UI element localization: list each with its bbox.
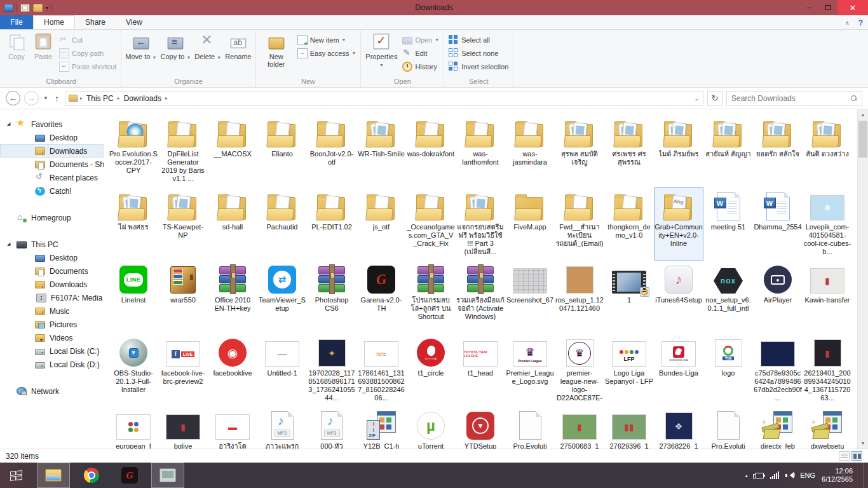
file-item[interactable]: W Dhamma_2554 (753, 187, 803, 261)
file-item[interactable]: WR-Tish-Smile (356, 114, 406, 187)
file-item[interactable]: was-dokrakfont (406, 114, 456, 187)
file-item[interactable]: สุรพล สมบัติเจริญ (555, 114, 604, 187)
file-item[interactable]: LINE LineInst (109, 261, 158, 334)
new-item-button[interactable]: New item▼ (295, 33, 359, 46)
up-button[interactable]: ↑ (53, 93, 61, 104)
breadcrumb-segment[interactable]: Downloads (123, 94, 163, 103)
sidebar-item-catch-[interactable]: Catch! (0, 184, 104, 198)
file-item[interactable]: TOYOTA t1_circle (406, 334, 456, 407)
file-item[interactable]: ♛Premier League Premier_League_Logo.svg (505, 334, 555, 407)
show-desktop-button[interactable] (864, 463, 868, 488)
expander-icon[interactable]: ◢ (7, 241, 10, 247)
file-item[interactable]: ✦ 19702028_1178516858961713_173624105544… (307, 334, 356, 407)
file-item[interactable]: — Untitled-1 (257, 334, 307, 407)
file-item[interactable]: ไมด์ ภิรมย์พร (654, 114, 703, 187)
tab-share[interactable]: Share (75, 15, 116, 29)
sidebar-item-pictures[interactable]: Pictures (0, 318, 104, 331)
address-bar[interactable]: ▸ This PC▸ Downloads▸ ⌄ (65, 91, 703, 106)
vertical-scrollbar[interactable]: ▲ ▼ (857, 109, 868, 449)
sidebar-item-desktop[interactable]: Desktop (0, 251, 104, 264)
breadcrumb-segment[interactable]: This PC (85, 94, 115, 103)
file-item[interactable]: ▮▮ 27629396_1 (604, 407, 654, 449)
file-item[interactable]: FiveM.app (505, 187, 555, 261)
file-item[interactable]: ♪MP3 ภาวะแพรก (257, 407, 307, 449)
minimize-button[interactable]: – (799, 0, 818, 15)
file-item[interactable]: ▮ Kawin-transfer (803, 261, 852, 334)
recent-locations-caret-icon[interactable]: ▼ (43, 95, 49, 101)
file-item[interactable]: สันติ ดวงสว่าง (803, 114, 852, 187)
search-input[interactable]: Search Downloads (726, 91, 862, 106)
sidebar-item-local-disk-c-[interactable]: Local Disk (C:) (0, 344, 104, 358)
cut-button[interactable]: Cut (57, 33, 119, 46)
file-item[interactable]: ▼ OBS-Studio-20.1.3-Full-Installer (109, 334, 158, 407)
history-button[interactable]: History (400, 60, 442, 73)
file-item[interactable]: thongkorn_demo_v1-0 (604, 187, 654, 261)
file-item[interactable]: TOYOTA THAI LEAGUE t1_head (456, 334, 505, 407)
taskbar-file-explorer-button[interactable] (37, 463, 70, 488)
file-item[interactable]: ♪MP3 000-หัว (307, 407, 356, 449)
open-button[interactable]: Open▼ (400, 33, 442, 46)
file-item[interactable]: ♪ iTunes64Setup (654, 261, 703, 334)
restore-button[interactable] (818, 0, 837, 15)
invert-selection-button[interactable]: Invert selection (446, 60, 511, 73)
file-item[interactable]: Screenshot_67 (505, 261, 555, 334)
file-item[interactable]: µ uTorrent (406, 407, 456, 449)
file-item[interactable]: nox nox_setup_v6.0.1.1_full_intl (703, 261, 753, 334)
file-item[interactable]: Fwd__สำเนาทะเบียนรถยนต์_(Email) (555, 187, 604, 261)
back-button[interactable]: ← (6, 91, 20, 105)
file-item[interactable]: ⇄ TeamViewer_Setup (257, 261, 307, 334)
file-item[interactable]: โปรแกรมลบโล่+ลูกศร บน Shortcut (406, 261, 456, 334)
expander-icon[interactable]: ◢ (7, 121, 10, 126)
sidebar-item-recent-places[interactable]: Recent places (0, 171, 104, 184)
file-item[interactable]: ▶ 1 (604, 261, 654, 334)
easy-access-button[interactable]: Easy access▼ (295, 46, 359, 60)
sidebar-section-thispc[interactable]: ◢ This PC (0, 238, 104, 251)
file-item[interactable]: ▮ 27500683_1 (555, 407, 604, 449)
file-item[interactable]: ♛ premier-league-new-logo-D22A0CE87E-see… (555, 334, 604, 407)
file-item[interactable]: BoonJot-v2.0-otf (307, 114, 356, 187)
file-item[interactable]: ▮ bglive (158, 407, 208, 449)
sidebar-item-music[interactable]: Music (0, 304, 104, 318)
start-button[interactable] (0, 463, 32, 488)
properties-button[interactable]: Properties ▼ (363, 30, 400, 69)
sidebar-item-videos[interactable]: Videos (0, 331, 104, 344)
file-item[interactable]: DpFileList Generator 2019 by Baris v1.1 … (158, 114, 208, 187)
sidebar-item-documents-shortc[interactable]: Documents - Shortc (0, 158, 104, 171)
sidebar-item-f6107a-media-serve[interactable]: F6107A: Media Serve (0, 291, 104, 304)
file-item[interactable]: ▼ YTDSetup (456, 407, 505, 449)
file-item[interactable]: ❖ 27368226_1 (654, 407, 703, 449)
minimize-ribbon-icon[interactable]: ∧ (845, 20, 850, 26)
file-item[interactable]: Photoshop CS6 (307, 261, 356, 334)
copy-path-button[interactable]: Copy path (57, 46, 119, 60)
help-icon[interactable]: ? (858, 18, 863, 27)
move-to-button[interactable]: Move to ▼ (123, 30, 158, 62)
select-all-button[interactable]: Select all (446, 33, 511, 46)
file-item[interactable]: รวมเครื่องมือแก้จอดำ (Activate Windows) (456, 261, 505, 334)
taskbar-app4-button[interactable] (151, 463, 184, 488)
search-icon[interactable] (851, 95, 857, 102)
file-item[interactable]: __MACOSX (208, 114, 257, 187)
file-item[interactable]: G Garena-v2.0-TH (356, 261, 406, 334)
taskbar-garena-button[interactable]: G (113, 463, 146, 488)
refresh-button[interactable]: ↻ (707, 91, 722, 106)
network-signal-icon[interactable] (770, 471, 779, 479)
scrollbar-thumb[interactable] (858, 121, 867, 158)
sidebar-section-favorites[interactable]: ◢ Favorites (0, 118, 104, 131)
file-item[interactable]: Y12B_C1-h (356, 407, 406, 449)
file-item[interactable]: Office 2010 EN-TH+key (208, 261, 257, 334)
file-item[interactable]: sd-hall (208, 187, 257, 261)
file-item[interactable]: TS-Kaewpet-NP (158, 187, 208, 261)
file-item[interactable]: european_f (109, 407, 158, 449)
file-item[interactable]: Pro.Evolution.Soccer.2017-CPY (109, 114, 158, 187)
customize-qat-caret-icon[interactable]: ▾ (46, 5, 48, 11)
power-icon[interactable] (755, 473, 764, 478)
file-item[interactable]: ◉ facebooklive (208, 334, 257, 407)
sidebar-item-downloads[interactable]: Downloads (0, 144, 104, 158)
paste-shortcut-button[interactable]: Paste shortcut (57, 60, 119, 73)
file-item[interactable]: AirPlayer (753, 261, 803, 334)
file-item[interactable]: wrar550 (158, 261, 208, 334)
file-item[interactable]: ยอดรัก สลักใจ (753, 114, 803, 187)
file-item[interactable]: Pro.Evoluti (505, 407, 555, 449)
file-item[interactable]: PL-EDIT1.02 (307, 187, 356, 261)
clock[interactable]: 12:06 6/12/2565 (822, 467, 853, 484)
